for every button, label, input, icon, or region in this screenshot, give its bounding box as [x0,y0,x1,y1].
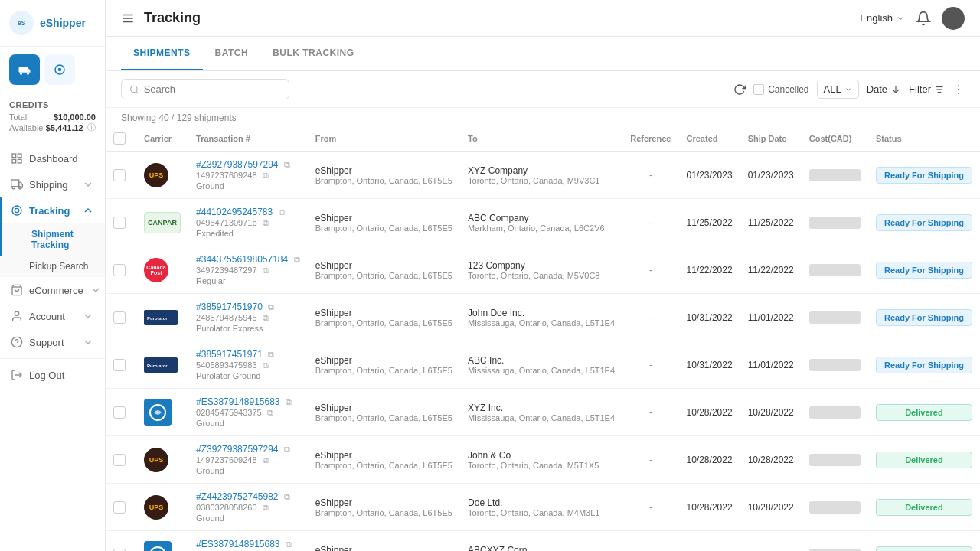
tracking-icon [11,204,23,217]
row-status-cell: Ready For Shipping [868,246,980,294]
sidebar-item-label: Shipping [29,179,68,191]
svg-point-30 [958,85,959,86]
row-checkbox[interactable] [113,501,126,514]
sidebar-item-account[interactable]: Account [0,303,105,329]
refresh-icon[interactable] [733,83,746,96]
sidebar-item-tracking[interactable]: Tracking [0,197,105,223]
sidebar-item-pickup-search[interactable]: Pickup Search [0,256,105,277]
transaction-id[interactable]: #ES3879148915683 [196,396,279,407]
copy-icon[interactable]: ⧉ [284,445,290,454]
row-cost-cell: ██████ [802,341,868,389]
row-checkbox[interactable] [113,217,126,229]
row-checkbox-cell [106,389,136,436]
cost-value: ██████ [809,311,861,324]
copy-ref-icon[interactable]: ⧉ [263,503,269,512]
sidebar-item-shipping[interactable]: Shipping [0,171,105,197]
from-name: eShipper [315,213,452,223]
to-address: Toronto, Ontario, Canada, M4M3L1 [468,508,615,517]
transaction-ref: 049547130971ö ⧉ [196,218,300,228]
ecommerce-icon [11,284,23,296]
copy-icon[interactable]: ⧉ [286,540,292,549]
sidebar-item-support[interactable]: Support [0,329,105,355]
row-checkbox[interactable] [113,359,126,371]
row-transaction-cell: #Z44239752745982 ⧉ 0380328058260 ⧉ Groun… [188,484,308,531]
row-checkbox[interactable] [113,311,126,324]
copy-icon[interactable]: ⧉ [286,397,292,406]
search-box[interactable] [121,79,289,99]
to-address: Mississauga, Ontario, Canada, L5T1E4 [468,318,615,328]
svg-rect-11 [11,180,19,187]
transaction-id[interactable]: #34437556198057184 [196,254,288,265]
row-transaction-cell: #ES3879148915683 ⧉ 02845475943375 ⧉ Grou… [188,531,308,552]
sidebar-item-logout[interactable]: Log Out [0,362,105,388]
hamburger-icon[interactable] [121,11,135,25]
notification-bell-icon[interactable] [916,11,931,26]
transaction-id[interactable]: #385917451970 [196,302,263,312]
tab-batch[interactable]: BATCH [203,37,261,70]
copy-icon[interactable]: ⧉ [284,492,290,501]
copy-ref-icon[interactable]: ⧉ [263,313,269,322]
transaction-ref: 1497237609248 ⧉ [196,171,300,181]
date-sort[interactable]: Date [867,83,901,95]
row-status-cell: Delivered [868,531,980,552]
sidebar-item-ecommerce[interactable]: eCommerce [0,277,105,303]
from-name: eShipper [315,403,452,413]
user-avatar[interactable] [942,7,965,30]
transaction-type: Ground [196,419,300,428]
row-checkbox-cell [106,199,136,246]
to-address: Toronto, Ontario, Canada, M5V0C8 [468,271,615,280]
row-carrier-cell: UPS [136,152,188,199]
row-to-cell: 123 Company Toronto, Ontario, Canada, M5… [460,246,622,294]
transaction-id[interactable]: #385917451971 [196,349,263,360]
copy-ref-icon[interactable]: ⧉ [267,408,273,417]
cost-value: ██████ [809,359,861,371]
copy-icon[interactable]: ⧉ [268,350,274,359]
col-to: To [460,126,622,152]
search-input[interactable] [144,83,281,95]
cancelled-checkbox[interactable] [753,84,764,95]
transaction-id[interactable]: #ES3879148915683 [196,539,279,549]
quick-shipping-btn[interactable] [9,54,40,85]
transaction-ref: 2485794875945 ⧉ [196,313,300,323]
row-carrier-cell: UPS [136,484,188,531]
copy-ref-icon[interactable]: ⧉ [263,171,269,180]
copy-icon[interactable]: ⧉ [284,160,290,169]
transaction-id[interactable]: #Z39279387597294 [196,444,278,455]
sidebar-item-shipment-tracking[interactable]: Shipment Tracking [0,223,105,256]
copy-ref-icon[interactable]: ⧉ [263,218,269,227]
svg-point-3 [20,73,22,75]
row-checkbox[interactable] [113,549,126,552]
copy-ref-icon[interactable]: ⧉ [263,455,269,465]
copy-icon[interactable]: ⧉ [279,207,285,217]
from-address: Brampton, Ontario, Canada, L6T5E5 [315,508,452,517]
copy-icon[interactable]: ⧉ [294,255,300,264]
tab-shipments[interactable]: SHIPMENTS [121,37,203,70]
sidebar-item-dashboard[interactable]: Dashboard [0,145,105,171]
select-all-checkbox[interactable] [113,132,126,145]
tab-bulk-tracking[interactable]: BULK TRACKING [260,37,367,70]
row-checkbox[interactable] [113,264,126,276]
copy-icon[interactable]: ⧉ [268,302,274,311]
from-name: eShipper [315,355,452,366]
transaction-id[interactable]: #44102495245783 [196,207,273,217]
row-to-cell: ABCXYZ Corp. Markham, Ontario, Canada, L… [460,531,622,552]
quick-tracking-btn[interactable] [44,54,75,85]
filter-button[interactable]: Filter [909,83,945,95]
sidebar-quick-icons [0,47,105,93]
row-checkbox[interactable] [113,406,126,419]
to-name: Doe Ltd. [468,497,615,508]
copy-ref-icon[interactable]: ⧉ [263,266,269,275]
svg-rect-9 [12,159,16,163]
transaction-id[interactable]: #Z39279387597294 [196,159,278,170]
more-options-icon[interactable] [952,83,965,96]
copy-ref-icon[interactable]: ⧉ [263,360,269,370]
row-checkbox[interactable] [113,169,126,181]
row-cost-cell: ██████ [802,294,868,341]
row-checkbox-cell [106,246,136,294]
row-checkbox[interactable] [113,454,126,466]
from-name: eShipper [315,260,452,271]
transaction-id[interactable]: #Z44239752745982 [196,491,278,502]
language-selector[interactable]: English [860,12,905,24]
svg-rect-10 [18,159,21,163]
all-select[interactable]: ALL [817,80,859,99]
